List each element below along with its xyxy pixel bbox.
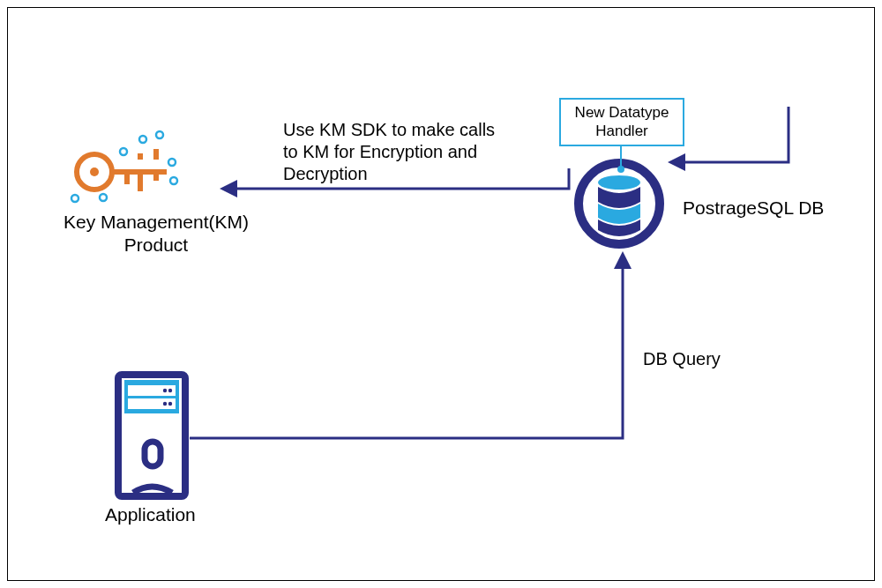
diagram-canvas — [8, 8, 876, 582]
svg-rect-12 — [124, 380, 179, 413]
svg-point-7 — [100, 194, 107, 201]
svg-point-9 — [579, 163, 660, 244]
svg-point-18 — [168, 402, 172, 406]
svg-point-15 — [163, 389, 167, 392]
application-label: Application — [105, 503, 196, 526]
query-edge-text: DB Query — [643, 349, 721, 368]
svg-point-17 — [163, 402, 167, 406]
svg-rect-11 — [118, 375, 185, 496]
application-label-text: Application — [105, 504, 196, 525]
datatype-callout-text: New Datatype Handler — [575, 104, 669, 139]
svg-point-20 — [617, 166, 624, 173]
svg-point-3 — [139, 136, 146, 143]
svg-rect-19 — [145, 442, 161, 466]
svg-rect-14 — [128, 398, 176, 409]
db-label-text: PostrageSQL DB — [683, 197, 824, 218]
arrow-query — [190, 260, 623, 438]
db-label: PostrageSQL DB — [683, 197, 824, 220]
svg-point-16 — [168, 389, 172, 392]
svg-point-2 — [120, 148, 127, 155]
svg-point-6 — [170, 177, 177, 184]
key-icon — [71, 131, 177, 202]
svg-point-8 — [71, 195, 78, 202]
sdk-edge-label: Use KM SDK to make calls to KM for Encry… — [283, 119, 495, 185]
svg-point-4 — [156, 131, 163, 138]
diagram-frame: Key Management(KM) Product Application P… — [7, 7, 875, 581]
svg-point-1 — [90, 167, 99, 176]
query-edge-label: DB Query — [643, 348, 721, 370]
arrow-db-in — [676, 107, 789, 162]
database-icon — [579, 163, 660, 244]
svg-point-10 — [598, 175, 640, 190]
datatype-callout: New Datatype Handler — [559, 98, 684, 146]
sdk-edge-text: Use KM SDK to make calls to KM for Encry… — [283, 120, 495, 183]
km-label: Key Management(KM) Product — [41, 211, 271, 257]
svg-rect-13 — [128, 385, 176, 396]
server-icon — [118, 375, 185, 496]
svg-point-0 — [77, 154, 112, 190]
km-label-text: Key Management(KM) Product — [64, 212, 249, 255]
svg-point-5 — [168, 159, 176, 166]
